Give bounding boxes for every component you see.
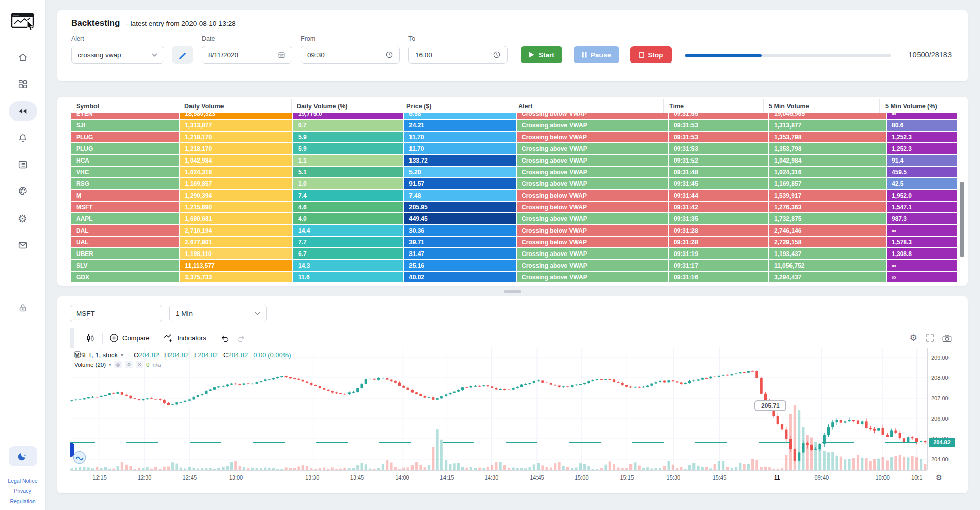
table-cell[interactable]: 11.70: [404, 143, 516, 154]
table-cell[interactable]: SJI: [71, 120, 179, 131]
table-cell[interactable]: PLUG: [71, 143, 179, 154]
table-cell[interactable]: 91.57: [404, 178, 516, 189]
table-cell[interactable]: 25.16: [404, 260, 516, 271]
dashboard-icon[interactable]: [9, 74, 37, 94]
table-cell[interactable]: 1,952.0: [887, 190, 957, 201]
column-header[interactable]: Daily Volume (%): [291, 99, 401, 113]
table-cell[interactable]: MSFT: [71, 202, 179, 212]
table-cell[interactable]: 91.4: [887, 155, 957, 166]
drawing-toolbar-strip[interactable]: [70, 328, 74, 348]
table-cell[interactable]: DAL: [71, 225, 179, 236]
price-axis[interactable]: 204.82 209.00208.00207.00206.00205.00204…: [927, 348, 956, 470]
table-cell[interactable]: 1,308.8: [887, 248, 957, 259]
indicators-button[interactable]: Indicators: [156, 328, 212, 348]
table-cell[interactable]: 09:31:35: [669, 213, 768, 224]
table-cell[interactable]: 2,729,158: [769, 237, 886, 247]
table-cell[interactable]: 09:31:53: [669, 143, 768, 154]
table-cell[interactable]: Crossing above VWAP: [517, 167, 668, 177]
table-cell[interactable]: 09:31:42: [669, 202, 768, 212]
indicator-settings-icon[interactable]: ⚙: [125, 361, 133, 368]
table-cell[interactable]: 1,353,798: [769, 143, 886, 154]
table-cell[interactable]: 1,252.3: [887, 143, 957, 154]
table-cell[interactable]: 80.6: [887, 120, 957, 131]
table-cell[interactable]: 1,547.1: [887, 202, 957, 212]
pause-button[interactable]: Pause: [574, 46, 619, 63]
table-cell[interactable]: 2,710,194: [180, 225, 292, 236]
compare-button[interactable]: Compare: [103, 328, 156, 348]
table-cell[interactable]: 6.58: [404, 113, 516, 119]
privacy-link[interactable]: Privacy: [0, 486, 45, 496]
table-cell[interactable]: RSG: [71, 178, 179, 189]
table-cell[interactable]: PLUG: [71, 132, 179, 142]
collapse-icon[interactable]: [74, 351, 81, 358]
interval-select[interactable]: 1 Min: [169, 305, 267, 322]
column-header[interactable]: 5 Min Volume (%): [879, 99, 957, 113]
table-cell[interactable]: ∞: [887, 260, 957, 271]
table-cell[interactable]: 1,290,394: [180, 190, 292, 201]
edit-alert-button[interactable]: [172, 46, 193, 64]
table-cell[interactable]: 31.47: [404, 248, 516, 259]
table-cell[interactable]: 1.1: [293, 155, 403, 166]
column-header[interactable]: Symbol: [71, 99, 179, 113]
table-cell[interactable]: Crossing below VWAP: [517, 132, 668, 142]
screenshot-camera-button[interactable]: [942, 334, 952, 342]
table-cell[interactable]: 5.9: [293, 143, 403, 154]
table-cell[interactable]: 3,375,733: [180, 272, 292, 282]
table-cell[interactable]: 09:31:45: [669, 178, 768, 189]
table-cell[interactable]: 09:31:28: [669, 225, 768, 236]
alert-select[interactable]: crossing vwap: [71, 46, 164, 64]
table-cell[interactable]: 39.71: [404, 237, 516, 247]
notifications-bell-icon[interactable]: [9, 128, 37, 148]
remove-indicator-icon[interactable]: ✕: [136, 361, 143, 368]
table-cell[interactable]: Crossing above VWAP: [517, 143, 668, 154]
stop-button[interactable]: Stop: [630, 46, 672, 63]
column-header[interactable]: Daily Volume: [179, 99, 291, 113]
theme-palette-icon[interactable]: [9, 181, 37, 201]
table-cell[interactable]: 42.5: [887, 178, 957, 189]
table-cell[interactable]: 1,252.3: [887, 132, 957, 142]
table-cell[interactable]: 19,775.0: [293, 113, 403, 119]
table-cell[interactable]: 09:31:16: [669, 272, 768, 282]
table-cell[interactable]: 09:31:44: [669, 190, 768, 201]
table-cell[interactable]: 11,056,752: [769, 260, 886, 271]
table-cell[interactable]: 5.20: [404, 167, 516, 177]
table-cell[interactable]: 1,215,690: [180, 202, 292, 212]
table-cell[interactable]: 1,353,798: [769, 132, 886, 142]
table-cell[interactable]: 40.02: [404, 272, 516, 282]
table-cell[interactable]: ∞: [887, 113, 957, 119]
table-cell[interactable]: 1,578.3: [887, 237, 957, 247]
regulation-link[interactable]: Regulation: [0, 496, 45, 506]
table-cell[interactable]: 2,746,146: [769, 225, 886, 236]
table-cell[interactable]: 449.45: [404, 213, 516, 224]
home-icon[interactable]: [9, 47, 37, 68]
table-cell[interactable]: 459.5: [887, 167, 957, 177]
table-cell[interactable]: Crossing below VWAP: [517, 237, 668, 247]
column-header[interactable]: Alert: [513, 99, 663, 113]
table-cell[interactable]: 1,169,857: [180, 178, 292, 189]
table-cell[interactable]: Crossing above VWAP: [517, 120, 668, 131]
backtesting-rewind-icon[interactable]: [9, 101, 37, 121]
table-cell[interactable]: 09:31:52: [669, 155, 768, 166]
table-cell[interactable]: 14.3: [293, 260, 403, 271]
table-cell[interactable]: SLV: [71, 260, 179, 271]
table-cell[interactable]: 19,045,965: [769, 113, 886, 119]
table-cell[interactable]: 1,198,110: [180, 248, 292, 259]
table-cell[interactable]: EYEN: [71, 113, 179, 119]
table-cell[interactable]: 1,042,984: [769, 155, 886, 166]
table-cell[interactable]: AAPL: [71, 213, 179, 224]
table-cell[interactable]: 30.36: [404, 225, 516, 236]
table-cell[interactable]: 1,218,170: [180, 132, 292, 142]
table-cell[interactable]: Crossing above VWAP: [517, 248, 668, 259]
axis-settings-gear-icon[interactable]: ⚙: [936, 473, 942, 482]
table-cell[interactable]: 1,193,437: [769, 248, 886, 259]
column-header[interactable]: Price ($): [401, 99, 513, 113]
redo-button[interactable]: [236, 328, 252, 348]
table-cell[interactable]: 1,218,170: [180, 143, 292, 154]
table-cell[interactable]: 5.9: [293, 132, 403, 142]
dark-mode-moon-icon[interactable]: [9, 446, 37, 466]
column-header[interactable]: Time: [663, 99, 763, 113]
table-cell[interactable]: ∞: [887, 272, 957, 282]
table-cell[interactable]: 4.0: [293, 213, 403, 224]
table-cell[interactable]: 205.95: [404, 202, 516, 212]
table-cell[interactable]: GDX: [71, 272, 179, 282]
